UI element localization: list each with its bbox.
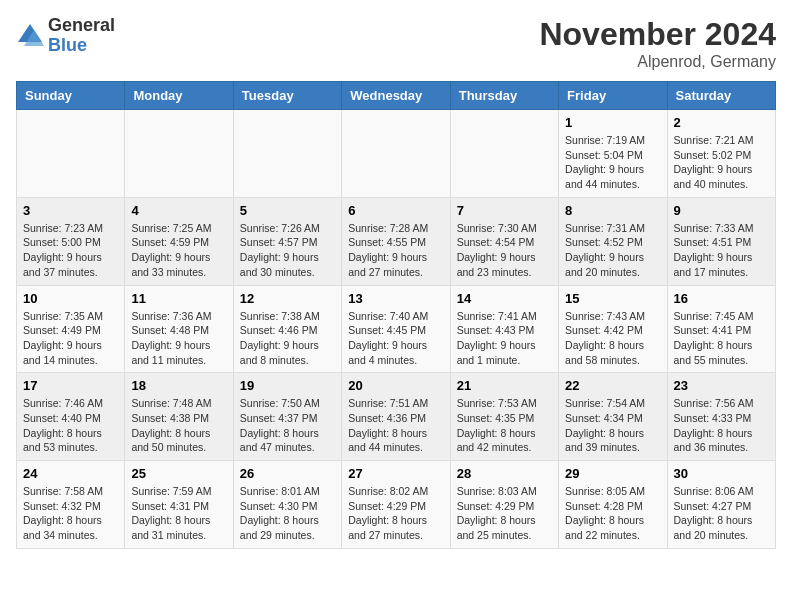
day-info: Sunrise: 7:23 AM Sunset: 5:00 PM Dayligh… (23, 221, 118, 280)
day-info: Sunrise: 7:59 AM Sunset: 4:31 PM Dayligh… (131, 484, 226, 543)
calendar-cell: 18Sunrise: 7:48 AM Sunset: 4:38 PM Dayli… (125, 373, 233, 461)
days-of-week-row: SundayMondayTuesdayWednesdayThursdayFrid… (17, 82, 776, 110)
day-info: Sunrise: 7:53 AM Sunset: 4:35 PM Dayligh… (457, 396, 552, 455)
day-info: Sunrise: 7:41 AM Sunset: 4:43 PM Dayligh… (457, 309, 552, 368)
calendar-cell: 4Sunrise: 7:25 AM Sunset: 4:59 PM Daylig… (125, 197, 233, 285)
calendar-week-row: 10Sunrise: 7:35 AM Sunset: 4:49 PM Dayli… (17, 285, 776, 373)
day-number: 1 (565, 115, 660, 130)
day-number: 15 (565, 291, 660, 306)
day-number: 23 (674, 378, 769, 393)
day-number: 4 (131, 203, 226, 218)
calendar-cell: 7Sunrise: 7:30 AM Sunset: 4:54 PM Daylig… (450, 197, 558, 285)
day-number: 22 (565, 378, 660, 393)
day-of-week-header: Thursday (450, 82, 558, 110)
day-of-week-header: Wednesday (342, 82, 450, 110)
day-number: 3 (23, 203, 118, 218)
day-number: 25 (131, 466, 226, 481)
calendar-cell (450, 110, 558, 198)
calendar-body: 1Sunrise: 7:19 AM Sunset: 5:04 PM Daylig… (17, 110, 776, 549)
calendar-week-row: 1Sunrise: 7:19 AM Sunset: 5:04 PM Daylig… (17, 110, 776, 198)
day-info: Sunrise: 7:19 AM Sunset: 5:04 PM Dayligh… (565, 133, 660, 192)
calendar-cell: 3Sunrise: 7:23 AM Sunset: 5:00 PM Daylig… (17, 197, 125, 285)
calendar-cell: 1Sunrise: 7:19 AM Sunset: 5:04 PM Daylig… (559, 110, 667, 198)
calendar-cell: 11Sunrise: 7:36 AM Sunset: 4:48 PM Dayli… (125, 285, 233, 373)
day-number: 12 (240, 291, 335, 306)
day-info: Sunrise: 7:54 AM Sunset: 4:34 PM Dayligh… (565, 396, 660, 455)
day-info: Sunrise: 7:50 AM Sunset: 4:37 PM Dayligh… (240, 396, 335, 455)
day-info: Sunrise: 7:36 AM Sunset: 4:48 PM Dayligh… (131, 309, 226, 368)
day-number: 17 (23, 378, 118, 393)
calendar-cell: 26Sunrise: 8:01 AM Sunset: 4:30 PM Dayli… (233, 461, 341, 549)
calendar-cell: 27Sunrise: 8:02 AM Sunset: 4:29 PM Dayli… (342, 461, 450, 549)
day-number: 5 (240, 203, 335, 218)
day-info: Sunrise: 8:03 AM Sunset: 4:29 PM Dayligh… (457, 484, 552, 543)
calendar-cell: 17Sunrise: 7:46 AM Sunset: 4:40 PM Dayli… (17, 373, 125, 461)
day-number: 28 (457, 466, 552, 481)
day-of-week-header: Monday (125, 82, 233, 110)
day-info: Sunrise: 7:25 AM Sunset: 4:59 PM Dayligh… (131, 221, 226, 280)
day-info: Sunrise: 7:33 AM Sunset: 4:51 PM Dayligh… (674, 221, 769, 280)
day-number: 16 (674, 291, 769, 306)
day-info: Sunrise: 8:01 AM Sunset: 4:30 PM Dayligh… (240, 484, 335, 543)
logo-general: General Blue (48, 16, 115, 56)
day-number: 29 (565, 466, 660, 481)
calendar-cell: 6Sunrise: 7:28 AM Sunset: 4:55 PM Daylig… (342, 197, 450, 285)
calendar-cell (233, 110, 341, 198)
calendar-cell: 22Sunrise: 7:54 AM Sunset: 4:34 PM Dayli… (559, 373, 667, 461)
day-info: Sunrise: 8:05 AM Sunset: 4:28 PM Dayligh… (565, 484, 660, 543)
day-of-week-header: Sunday (17, 82, 125, 110)
calendar-cell: 29Sunrise: 8:05 AM Sunset: 4:28 PM Dayli… (559, 461, 667, 549)
day-info: Sunrise: 7:35 AM Sunset: 4:49 PM Dayligh… (23, 309, 118, 368)
calendar-week-row: 17Sunrise: 7:46 AM Sunset: 4:40 PM Dayli… (17, 373, 776, 461)
calendar-cell: 9Sunrise: 7:33 AM Sunset: 4:51 PM Daylig… (667, 197, 775, 285)
calendar-cell: 8Sunrise: 7:31 AM Sunset: 4:52 PM Daylig… (559, 197, 667, 285)
day-info: Sunrise: 7:48 AM Sunset: 4:38 PM Dayligh… (131, 396, 226, 455)
day-number: 24 (23, 466, 118, 481)
calendar-cell: 15Sunrise: 7:43 AM Sunset: 4:42 PM Dayli… (559, 285, 667, 373)
calendar-cell (17, 110, 125, 198)
day-of-week-header: Friday (559, 82, 667, 110)
calendar-cell: 24Sunrise: 7:58 AM Sunset: 4:32 PM Dayli… (17, 461, 125, 549)
location-title: Alpenrod, Germany (539, 53, 776, 71)
logo: General Blue (16, 16, 115, 56)
day-info: Sunrise: 7:40 AM Sunset: 4:45 PM Dayligh… (348, 309, 443, 368)
day-of-week-header: Saturday (667, 82, 775, 110)
calendar-cell: 30Sunrise: 8:06 AM Sunset: 4:27 PM Dayli… (667, 461, 775, 549)
calendar-cell: 5Sunrise: 7:26 AM Sunset: 4:57 PM Daylig… (233, 197, 341, 285)
calendar-cell: 12Sunrise: 7:38 AM Sunset: 4:46 PM Dayli… (233, 285, 341, 373)
day-number: 14 (457, 291, 552, 306)
day-info: Sunrise: 7:26 AM Sunset: 4:57 PM Dayligh… (240, 221, 335, 280)
day-number: 8 (565, 203, 660, 218)
day-number: 30 (674, 466, 769, 481)
calendar-cell: 14Sunrise: 7:41 AM Sunset: 4:43 PM Dayli… (450, 285, 558, 373)
day-info: Sunrise: 7:46 AM Sunset: 4:40 PM Dayligh… (23, 396, 118, 455)
calendar-cell: 2Sunrise: 7:21 AM Sunset: 5:02 PM Daylig… (667, 110, 775, 198)
calendar-cell: 13Sunrise: 7:40 AM Sunset: 4:45 PM Dayli… (342, 285, 450, 373)
day-number: 6 (348, 203, 443, 218)
day-info: Sunrise: 7:21 AM Sunset: 5:02 PM Dayligh… (674, 133, 769, 192)
header: General Blue November 2024 Alpenrod, Ger… (16, 16, 776, 71)
day-number: 13 (348, 291, 443, 306)
calendar-cell: 16Sunrise: 7:45 AM Sunset: 4:41 PM Dayli… (667, 285, 775, 373)
calendar-table: SundayMondayTuesdayWednesdayThursdayFrid… (16, 81, 776, 549)
calendar-cell: 21Sunrise: 7:53 AM Sunset: 4:35 PM Dayli… (450, 373, 558, 461)
calendar-cell: 10Sunrise: 7:35 AM Sunset: 4:49 PM Dayli… (17, 285, 125, 373)
day-number: 26 (240, 466, 335, 481)
day-number: 21 (457, 378, 552, 393)
day-info: Sunrise: 7:51 AM Sunset: 4:36 PM Dayligh… (348, 396, 443, 455)
day-number: 19 (240, 378, 335, 393)
day-of-week-header: Tuesday (233, 82, 341, 110)
day-info: Sunrise: 8:02 AM Sunset: 4:29 PM Dayligh… (348, 484, 443, 543)
month-title: November 2024 (539, 16, 776, 53)
calendar-cell: 28Sunrise: 8:03 AM Sunset: 4:29 PM Dayli… (450, 461, 558, 549)
day-info: Sunrise: 7:28 AM Sunset: 4:55 PM Dayligh… (348, 221, 443, 280)
calendar-cell: 23Sunrise: 7:56 AM Sunset: 4:33 PM Dayli… (667, 373, 775, 461)
day-number: 27 (348, 466, 443, 481)
day-info: Sunrise: 7:45 AM Sunset: 4:41 PM Dayligh… (674, 309, 769, 368)
day-number: 9 (674, 203, 769, 218)
day-number: 20 (348, 378, 443, 393)
day-info: Sunrise: 7:30 AM Sunset: 4:54 PM Dayligh… (457, 221, 552, 280)
logo-icon (16, 22, 44, 50)
calendar-cell: 20Sunrise: 7:51 AM Sunset: 4:36 PM Dayli… (342, 373, 450, 461)
day-number: 11 (131, 291, 226, 306)
